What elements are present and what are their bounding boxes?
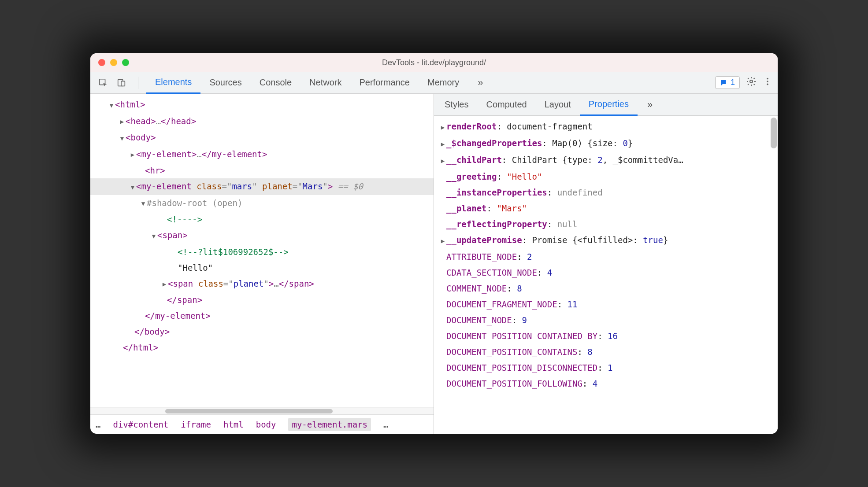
expand-toggle-icon[interactable]: ▼	[150, 228, 157, 244]
property-row[interactable]: ATTRIBUTE_NODE: 2	[439, 249, 772, 265]
dom-tree[interactable]: ▼<html>▶<head>…</head>▼<body>▶<my-elemen…	[90, 94, 434, 407]
expand-toggle-icon[interactable]: ▼	[108, 97, 115, 113]
breadcrumb-item[interactable]: html	[223, 420, 244, 429]
dom-node[interactable]: "Hello"	[90, 260, 434, 276]
property-value: 9	[522, 315, 527, 325]
dom-node[interactable]: ▼<html>	[90, 96, 434, 113]
sidebar-tabs: StylesComputedLayoutProperties»	[434, 94, 778, 116]
scrollbar-thumb[interactable]	[165, 409, 333, 413]
dom-node[interactable]: <hr>	[90, 162, 434, 178]
settings-icon[interactable]	[746, 76, 757, 89]
property-row[interactable]: ▶_$changedProperties: Map(0) {size: 0}	[439, 135, 772, 152]
tab-memory[interactable]: Memory	[419, 72, 468, 94]
property-row[interactable]: ▶renderRoot: document-fragment	[439, 118, 772, 135]
breadcrumb-item[interactable]: div#content	[113, 420, 168, 429]
tab-sources[interactable]: Sources	[200, 72, 250, 94]
sidebar-tab-layout[interactable]: Layout	[536, 94, 580, 116]
property-name: __childPart	[446, 155, 502, 165]
property-row[interactable]: __instanceProperties: undefined	[439, 184, 772, 200]
expand-toggle-icon[interactable]: ▶	[439, 136, 446, 152]
property-name: __planet	[446, 203, 487, 213]
property-name: _$changedProperties	[446, 138, 542, 148]
property-name: DOCUMENT_POSITION_DISCONNECTED	[446, 363, 597, 373]
property-value: Map(0) {size: 0}	[552, 138, 633, 148]
breadcrumb-item[interactable]: iframe	[181, 420, 211, 429]
issues-badge[interactable]: 1	[715, 76, 740, 89]
dom-node[interactable]: ▼<span>	[90, 227, 434, 244]
expand-toggle-icon[interactable]: ▶	[129, 147, 136, 162]
expand-toggle-icon[interactable]: ▶	[119, 114, 126, 129]
minimize-window-button[interactable]	[110, 59, 117, 66]
property-name: renderRoot	[446, 122, 497, 131]
expand-toggle-icon[interactable]: ▼	[119, 130, 126, 146]
breadcrumb-ellipsis-left[interactable]: …	[96, 420, 100, 429]
breadcrumb-item[interactable]: body	[256, 420, 276, 429]
sidebar-more-tabs-icon[interactable]: »	[643, 99, 657, 111]
property-value: undefined	[557, 188, 603, 197]
sidebar-tab-computed[interactable]: Computed	[477, 94, 535, 116]
dom-node[interactable]: <!--?lit$106992652$-->	[90, 244, 434, 260]
property-row[interactable]: DOCUMENT_POSITION_CONTAINED_BY: 16	[439, 328, 772, 344]
property-value: 8	[517, 284, 522, 293]
property-row[interactable]: DOCUMENT_POSITION_DISCONNECTED: 1	[439, 360, 772, 376]
expand-toggle-icon[interactable]: ▶	[439, 153, 446, 169]
horizontal-scrollbar[interactable]	[90, 407, 434, 414]
property-name: __greeting	[446, 172, 497, 181]
property-name: COMMENT_NODE	[446, 284, 507, 293]
property-value: 16	[608, 331, 618, 341]
tab-console[interactable]: Console	[251, 72, 300, 94]
tab-elements[interactable]: Elements	[146, 72, 200, 94]
dom-node[interactable]: </html>	[90, 339, 434, 355]
property-row[interactable]: ▶__updatePromise: Promise {<fulfilled>: …	[439, 232, 772, 249]
dom-node[interactable]: ▼#shadow-root (open)	[90, 195, 434, 212]
property-row[interactable]: ▶__childPart: ChildPart {type: 2, _$comm…	[439, 152, 772, 169]
dom-node[interactable]: ▶<span class="planet">…</span>	[90, 276, 434, 292]
property-row[interactable]: __reflectingProperty: null	[439, 216, 772, 232]
dom-node[interactable]: ▶<head>…</head>	[90, 113, 434, 130]
breadcrumb-item[interactable]: my-element.mars	[288, 418, 371, 431]
dom-node[interactable]: ▼<body>	[90, 129, 434, 146]
property-row[interactable]: DOCUMENT_POSITION_FOLLOWING: 4	[439, 376, 772, 391]
property-row[interactable]: CDATA_SECTION_NODE: 4	[439, 265, 772, 280]
property-row[interactable]: __planet: "Mars"	[439, 200, 772, 216]
expand-toggle-icon[interactable]: ▼	[140, 196, 147, 211]
device-toggle-icon[interactable]	[114, 75, 129, 90]
more-tabs-icon[interactable]: »	[473, 77, 487, 89]
tab-performance[interactable]: Performance	[351, 72, 419, 94]
expand-toggle-icon[interactable]: ▼	[129, 179, 136, 195]
property-row[interactable]: DOCUMENT_POSITION_CONTAINS: 8	[439, 344, 772, 360]
property-name: CDATA_SECTION_NODE	[446, 268, 537, 277]
tab-network[interactable]: Network	[300, 72, 350, 94]
inspect-element-icon[interactable]	[96, 75, 111, 90]
dom-node[interactable]: ▼<my-element class="mars" planet="Mars">…	[90, 178, 434, 195]
dom-node[interactable]: </my-element>	[90, 308, 434, 324]
dom-node[interactable]: ▶<my-element>…</my-element>	[90, 146, 434, 163]
properties-list[interactable]: ▶renderRoot: document-fragment▶_$changed…	[434, 116, 778, 434]
close-window-button[interactable]	[98, 59, 105, 66]
sidebar-tab-properties[interactable]: Properties	[580, 94, 638, 116]
maximize-window-button[interactable]	[122, 59, 129, 66]
breadcrumb-ellipsis-right[interactable]: …	[383, 420, 388, 429]
property-value: 4	[593, 379, 597, 388]
property-row[interactable]: __greeting: "Hello"	[439, 169, 772, 184]
svg-point-6	[767, 84, 768, 85]
more-menu-icon[interactable]	[763, 77, 772, 89]
property-name: DOCUMENT_POSITION_FOLLOWING	[446, 379, 582, 388]
property-name: DOCUMENT_NODE	[446, 315, 512, 325]
svg-point-3	[750, 80, 753, 83]
property-value: "Mars"	[497, 203, 527, 213]
vertical-scrollbar-thumb[interactable]	[771, 118, 777, 148]
property-value: Promise {<fulfilled>: true}	[532, 235, 668, 245]
property-row[interactable]: COMMENT_NODE: 8	[439, 280, 772, 296]
sidebar-tab-styles[interactable]: Styles	[436, 94, 477, 116]
expand-toggle-icon[interactable]: ▶	[439, 119, 446, 135]
traffic-lights	[98, 59, 129, 66]
dom-node[interactable]: </span>	[90, 292, 434, 308]
expand-toggle-icon[interactable]: ▶	[439, 233, 446, 249]
expand-toggle-icon[interactable]: ▶	[161, 276, 168, 292]
dom-node[interactable]: </body>	[90, 324, 434, 339]
property-row[interactable]: DOCUMENT_NODE: 9	[439, 312, 772, 328]
property-row[interactable]: DOCUMENT_FRAGMENT_NODE: 11	[439, 296, 772, 312]
property-name: DOCUMENT_FRAGMENT_NODE	[446, 299, 557, 309]
dom-node[interactable]: <!---->	[90, 211, 434, 227]
